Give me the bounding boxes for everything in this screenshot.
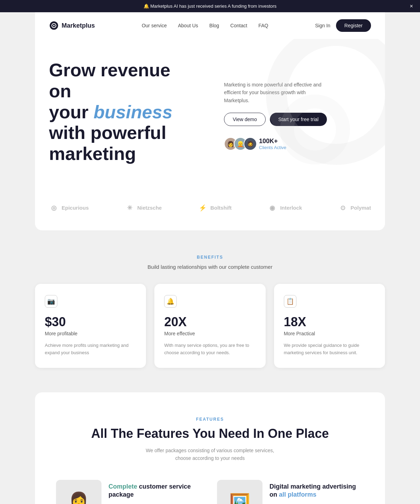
benefits-section-label: BENEFITS (35, 255, 385, 260)
brand-boltshift: ⚡ Boltshift (198, 203, 232, 213)
feature-title-1: Complete customer service package (108, 483, 203, 499)
hero-buttons: View demo Start your free trial (224, 113, 371, 126)
interlock-icon: ◉ (267, 203, 277, 213)
start-trial-button[interactable]: Start your free trial (270, 113, 327, 126)
benefit-value-3: 18X (284, 315, 375, 329)
hero-section: Grow revenue onyour business with powerf… (35, 39, 385, 192)
svg-point-2 (53, 25, 55, 26)
logo-icon (49, 21, 59, 30)
features-desc: We offer packages consisting of various … (144, 447, 276, 462)
hero-content: Grow revenue onyour business with powerf… (49, 60, 371, 164)
brand-polymat: ⊙ Polymat (338, 203, 371, 213)
feature-item-2: 🖼️ Digital marketing advertising on all … (217, 480, 364, 504)
epicurious-icon: ◎ (49, 203, 59, 213)
page-wrapper: 🔔 Marketplus AI has just received series… (0, 0, 420, 504)
brands-bar: ◎ Epicurious ✳ Nietzsche ⚡ Boltshift ◉ I… (35, 192, 385, 230)
feature-text-1: Complete customer service package (108, 480, 203, 502)
benefit-card-1: 📷 $30 More profitable Achieve more profi… (35, 284, 146, 368)
announcement-close-button[interactable]: × (410, 3, 413, 9)
social-proof: 👩 👱 🧔 100K+ Clients Active (224, 137, 371, 150)
register-button[interactable]: Register (336, 19, 371, 32)
navbar: Marketplus Our service About Us Blog Con… (35, 12, 385, 39)
features-header: FEATURES All The Features You Need In On… (56, 417, 364, 462)
announcement-bar: 🔔 Marketplus AI has just received series… (0, 0, 420, 12)
benefit-desc-3: We provide special guidance to guide mar… (284, 342, 375, 357)
hero-title: Grow revenue onyour business with powerf… (49, 60, 196, 164)
feature-img-abstract-icon: 🖼️ (229, 493, 250, 504)
feature-text-2: Digital marketing advertising on all pla… (270, 480, 364, 502)
features-section: FEATURES All The Features You Need In On… (35, 392, 385, 504)
benefit-icon-2: 🔔 (164, 295, 177, 308)
logo-text: Marketplus (62, 22, 95, 29)
benefit-name-1: More profitable (45, 331, 136, 336)
brand-polymat-label: Polymat (351, 205, 371, 211)
features-grid: 👩‍💼 Complete customer service package 🖼️… (56, 480, 364, 504)
brand-nietzsche: ✳ Nietzsche (125, 203, 162, 213)
feature-image-2: 🖼️ (217, 480, 262, 504)
feature-title-2-highlight: all platforms (279, 491, 316, 498)
benefit-name-2: More effective (164, 331, 255, 336)
benefit-desc-1: Achieve more profits using marketing and… (45, 342, 136, 357)
polymat-icon: ⊙ (338, 203, 348, 213)
brand-epicurious: ◎ Epicurious (49, 203, 89, 213)
clients-info: 100K+ Clients Active (259, 138, 286, 150)
hero-left: Grow revenue onyour business with powerf… (49, 60, 196, 164)
nav-contact[interactable]: Contact (230, 23, 247, 28)
nietzsche-icon: ✳ (125, 203, 134, 213)
hero-title-line3: with powerfulmarketing (49, 122, 166, 164)
nav-our-service[interactable]: Our service (142, 23, 167, 28)
brand-nietzsche-label: Nietzsche (137, 205, 162, 211)
avatar-stack: 👩 👱 🧔 (224, 137, 253, 150)
feature-title-2: Digital marketing advertising on all pla… (270, 483, 364, 499)
benefit-value-1: $30 (45, 315, 136, 329)
benefit-desc-2: With many service options, you are free … (164, 342, 255, 357)
benefits-grid: 📷 $30 More profitable Achieve more profi… (35, 284, 385, 368)
benefit-icon-1: 📷 (45, 295, 57, 308)
hero-right: Marketing is more powerful and effective… (224, 60, 371, 150)
brand-interlock: ◉ Interlock (267, 203, 302, 213)
benefit-card-2: 🔔 20X More effective With many service o… (154, 284, 265, 368)
feature-title-1-highlight: Complete (108, 483, 137, 490)
clients-label: Clients Active (259, 145, 286, 150)
hero-description: Marketing is more powerful and effective… (224, 81, 322, 104)
main-content-card: Marketplus Our service About Us Blog Con… (35, 12, 385, 230)
benefits-section-subtitle: Build lasting relationships with our com… (35, 264, 385, 270)
hero-title-highlight: business (93, 102, 172, 122)
boltshift-icon: ⚡ (198, 203, 208, 213)
view-demo-button[interactable]: View demo (224, 113, 266, 126)
logo[interactable]: Marketplus (49, 21, 95, 30)
feature-item-1: 👩‍💼 Complete customer service package (56, 480, 203, 504)
features-title: All The Features You Need In One Place (56, 426, 364, 441)
brand-boltshift-label: Boltshift (210, 205, 232, 211)
announcement-text: 🔔 Marketplus AI has just received series… (144, 4, 276, 9)
benefit-card-3: 📋 18X More Practical We provide special … (274, 284, 385, 368)
sign-in-button[interactable]: Sign In (315, 23, 330, 28)
features-section-label: FEATURES (56, 417, 364, 422)
nav-links: Our service About Us Blog Contact FAQ (142, 22, 268, 29)
brand-epicurious-label: Epicurious (62, 205, 89, 211)
feature-image-1: 👩‍💼 (56, 480, 102, 504)
nav-blog[interactable]: Blog (209, 23, 219, 28)
benefits-section: BENEFITS Build lasting relationships wit… (0, 230, 420, 392)
clients-count: 100K+ (259, 138, 286, 145)
nav-faq[interactable]: FAQ (258, 23, 268, 28)
avatar-3: 🧔 (244, 137, 257, 150)
benefit-icon-3: 📋 (284, 295, 296, 308)
brand-interlock-label: Interlock (280, 205, 302, 211)
feature-img-person-icon: 👩‍💼 (66, 491, 91, 504)
benefit-name-3: More Practical (284, 331, 375, 336)
nav-actions: Sign In Register (315, 19, 371, 32)
nav-about-us[interactable]: About Us (178, 23, 198, 28)
benefit-value-2: 20X (164, 315, 255, 329)
